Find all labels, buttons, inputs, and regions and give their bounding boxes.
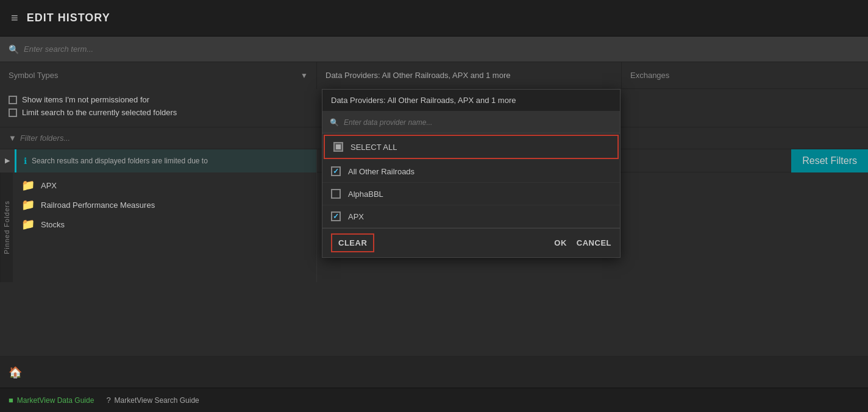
- item-checkbox-1[interactable]: [331, 189, 341, 199]
- list-item[interactable]: 📁 Railroad Performance Measures: [21, 198, 308, 211]
- folder-icon: 📁: [21, 218, 35, 231]
- list-item[interactable]: All Other Railroads: [322, 160, 620, 183]
- checkbox-limit-search-label: Limit search to the currently selected f…: [22, 108, 177, 117]
- filter-icon: ▼: [9, 133, 16, 143]
- reset-filters-button[interactable]: Reset Filters: [791, 149, 868, 172]
- chevron-down-icon: ▼: [301, 71, 308, 80]
- info-icon: ℹ: [24, 156, 27, 166]
- item-label-1: AlphaBBL: [348, 190, 383, 199]
- data-providers-label: Data Providers: All Other Railroads, APX…: [326, 71, 510, 80]
- list-item[interactable]: 📁 APX: [21, 179, 308, 192]
- expand-arrow[interactable]: ▶: [0, 149, 15, 172]
- list-item[interactable]: AlphaBBL: [322, 183, 620, 205]
- pinned-folders-label: Pinned Folders: [0, 172, 13, 282]
- info-bar: ▶ ℹ Search results and displayed folders…: [0, 149, 316, 172]
- popup-title: Data Providers: All Other Railroads, APX…: [331, 96, 516, 105]
- popup-list: SELECT ALL All Other Railroads AlphaBBL …: [322, 133, 620, 228]
- filter-folders-input[interactable]: [20, 133, 123, 143]
- exchanges-label: Exchanges: [622, 71, 678, 80]
- folder-icon: 📁: [21, 179, 35, 192]
- popup-search-input[interactable]: [344, 118, 613, 127]
- data-providers-button[interactable]: Data Providers: All Other Railroads, APX…: [317, 62, 622, 89]
- folders-area: Pinned Folders 📁 APX 📁 Railroad Performa…: [0, 172, 316, 282]
- symbol-types-dropdown[interactable]: Symbol Types ▼: [0, 62, 317, 89]
- folders-list: 📁 APX 📁 Railroad Performance Measures 📁 …: [13, 172, 316, 282]
- clear-button[interactable]: CLEAR: [331, 233, 374, 252]
- list-item[interactable]: APX: [322, 205, 620, 228]
- search-bar: 🔍: [0, 37, 868, 62]
- folder-name: Railroad Performance Measures: [41, 201, 155, 210]
- info-text: Search results and displayed folders are…: [32, 157, 208, 165]
- popup-search-icon: 🔍: [330, 118, 339, 127]
- data-guide-icon: ■: [9, 396, 13, 405]
- ok-button[interactable]: OK: [554, 238, 567, 247]
- item-label-0: All Other Railroads: [348, 167, 414, 176]
- select-all-label: SELECT ALL: [350, 143, 397, 152]
- info-bar-content: ℹ Search results and displayed folders a…: [15, 149, 316, 172]
- select-all-checkbox[interactable]: [333, 142, 343, 152]
- select-all-item[interactable]: SELECT ALL: [324, 135, 619, 159]
- cancel-button[interactable]: CANCEL: [577, 238, 611, 247]
- item-label-2: APX: [348, 212, 364, 221]
- home-icon[interactable]: 🏠: [9, 366, 22, 379]
- marketview-search-guide-link[interactable]: ? MarketView Search Guide: [106, 396, 199, 405]
- header: ≡ EDIT HISTORY: [0, 0, 868, 37]
- symbol-types-label: Symbol Types: [9, 71, 58, 80]
- folder-name: Stocks: [41, 220, 65, 229]
- checkbox-limit-search-box[interactable]: [9, 108, 17, 117]
- folder-icon: 📁: [21, 198, 35, 211]
- search-guide-icon: ?: [106, 396, 110, 405]
- checkbox-not-permissioned-label: Show items I'm not permissioned for: [22, 95, 149, 104]
- filter-bar: Symbol Types ▼ Data Providers: All Other…: [0, 62, 868, 89]
- reset-filters-label: Reset Filters: [802, 155, 857, 166]
- bottom-bar: 🏠: [0, 356, 868, 388]
- popup-search-bar: 🔍: [322, 112, 620, 133]
- item-checkbox-0[interactable]: [331, 166, 341, 176]
- footer: ■ MarketView Data Guide ? MarketView Sea…: [0, 388, 868, 412]
- search-icon: 🔍: [9, 44, 19, 54]
- menu-icon: ≡: [11, 11, 18, 25]
- search-guide-label: MarketView Search Guide: [115, 396, 199, 405]
- marketview-data-guide-link[interactable]: ■ MarketView Data Guide: [9, 396, 94, 405]
- search-input[interactable]: [24, 44, 859, 54]
- item-checkbox-2[interactable]: [331, 211, 341, 221]
- popup-header: Data Providers: All Other Railroads, APX…: [322, 90, 620, 112]
- data-guide-label: MarketView Data Guide: [17, 396, 94, 405]
- popup-footer: CLEAR OK CANCEL: [322, 228, 620, 257]
- data-providers-popup: Data Providers: All Other Railroads, APX…: [322, 89, 621, 258]
- folder-name: APX: [41, 181, 57, 190]
- list-item[interactable]: 📁 Stocks: [21, 218, 308, 231]
- left-panel: ▶ ℹ Search results and displayed folders…: [0, 149, 317, 282]
- page-title: EDIT HISTORY: [27, 12, 110, 24]
- checkbox-not-permissioned-box[interactable]: [9, 96, 17, 104]
